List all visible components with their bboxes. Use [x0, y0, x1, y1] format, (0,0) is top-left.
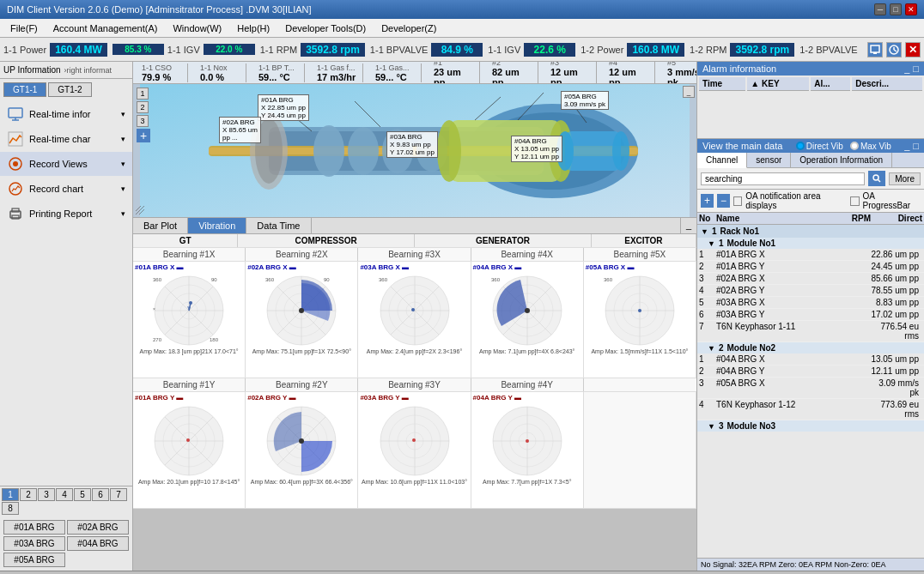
oa-progressbar-checkbox[interactable] [850, 196, 859, 206]
print-icon [7, 205, 24, 222]
data-row-04a-y: 2 #04A BRG Y 12.11 um pp [697, 366, 924, 378]
menu-window[interactable]: Window(W) [166, 21, 228, 35]
menu-file[interactable]: File(F) [3, 21, 45, 35]
minimize-btn[interactable]: ─ [874, 3, 886, 15]
toolbar-icon2[interactable] [886, 42, 902, 57]
remove-channel-btn[interactable]: − [717, 194, 730, 208]
page-tab-2[interactable]: 2 [20, 488, 37, 501]
brg-05a[interactable]: #05A BRG [3, 553, 65, 567]
brg04a-annotation: #04A BRGX 13.05 um ppY 12.11 um pp [511, 136, 562, 162]
window-controls[interactable]: ─ □ ✕ [874, 3, 917, 15]
record-chart-icon [7, 180, 24, 197]
page-tab-6[interactable]: 6 [92, 488, 109, 501]
up-info-label: UP Information [3, 65, 61, 75]
sidebar-item-record-chart[interactable]: Record chart ▾ [0, 177, 132, 201]
page-tab-8[interactable]: 8 [2, 502, 19, 515]
oa-progressbar-label: OA ProgressBar [863, 191, 921, 210]
data-row-keyphasor2: 4 T6N Keyphasor 1-12 773.69 eu rms [697, 399, 924, 420]
tab-operation-info[interactable]: Operation Information [791, 153, 892, 167]
brg-01a[interactable]: #01A BRG [3, 520, 65, 535]
page-tab-1[interactable]: 1 [2, 488, 19, 501]
sidebar-item-print[interactable]: Printing Report ▾ [0, 202, 132, 226]
alarm-controls[interactable]: _ □ [904, 63, 919, 74]
tab-vibration[interactable]: Vibration [188, 218, 246, 233]
sidebar-item-realtime-chart[interactable]: Real-time char ▾ [0, 127, 132, 151]
data-row-04a-x: 1 #04A BRG X 13.05 um pp [697, 353, 924, 366]
polar-05a-y-empty [584, 392, 696, 508]
tab-gt1-1[interactable]: GT1-1 [3, 82, 46, 97]
bearing-5x: Bearning #5X [584, 248, 696, 261]
data-table-body: ▼ 1 Rack No1 ▼ 1 Module No1 1 #01A BRG X… [697, 225, 924, 558]
brg-04a[interactable]: #04A BRG [67, 536, 129, 551]
radio-max-vib[interactable]: Max Vib [850, 142, 891, 151]
toolbar-close[interactable]: ✕ [905, 42, 921, 57]
info-brg4: #4 12 um pp [604, 62, 655, 84]
rack-1-expand[interactable]: ▼ [701, 227, 708, 236]
toolbar-icon1[interactable] [867, 42, 883, 57]
sidebar-label-record-chart: Record chart [29, 184, 83, 194]
tab-sensor[interactable]: sensor [747, 153, 791, 167]
chart-minimize-btn[interactable]: _ [680, 218, 696, 233]
svg-point-31 [612, 131, 629, 171]
tab-data-time[interactable]: Data Time [246, 218, 311, 233]
search-button[interactable] [868, 171, 885, 186]
tab-channel[interactable]: Channel [697, 153, 747, 168]
oa-notification-checkbox[interactable] [733, 196, 742, 206]
module-2-expand[interactable]: ▼ [708, 344, 715, 353]
brg-button-group: #01A BRG #02A BRG #03A BRG #04A BRG #05A… [0, 517, 132, 571]
page-tab-3[interactable]: 3 [38, 488, 55, 501]
resize-handle[interactable] [135, 205, 145, 215]
view-main-data-section: View the main data Direct Vib Max Vib _ … [697, 139, 924, 571]
app-title: DIM Client Version 2.0.6 (Demo) [Adminsi… [7, 4, 312, 15]
module-1-label: 1 [719, 239, 724, 248]
sidebar-item-record-views[interactable]: Record Views ▾ [0, 152, 132, 176]
page-tab-7[interactable]: 7 [110, 488, 127, 501]
add-marker-btn[interactable]: + [137, 129, 150, 142]
more-button[interactable]: More [889, 172, 921, 185]
polar-03a-y: #03A BRG Y ▬ Amp Max: 10.6[um pp]f=11X 1… [358, 392, 471, 508]
tab-gt1-2[interactable]: GT1-2 [48, 82, 91, 97]
view-minimize[interactable]: _ [683, 86, 695, 98]
toolbar-12rpm: 1-2 RPM 3592.8 rpm [690, 43, 794, 57]
alarm-expand[interactable]: □ [913, 63, 919, 74]
sidebar-label-record-views: Record Views [29, 159, 88, 169]
sidebar-tabs: GT1-1 GT1-2 [0, 79, 132, 100]
marker-1[interactable]: 1 [137, 88, 149, 100]
brg-03a[interactable]: #03A BRG [3, 536, 65, 551]
menu-account[interactable]: Account Management(A) [46, 21, 165, 35]
polar-02a-y: #02A BRG Y ▬ [246, 392, 358, 508]
marker-2[interactable]: 2 [137, 101, 149, 113]
module-3-expand[interactable]: ▼ [708, 422, 715, 431]
menu-help[interactable]: Help(H) [230, 21, 277, 35]
svg-rect-8 [9, 132, 22, 146]
toolbar-11bpvalve: 1-1 BPVALVE 84.9 % [370, 43, 483, 57]
view-main-expand[interactable]: □ [913, 141, 919, 151]
tab-bar-plot[interactable]: Bar Plot [133, 218, 188, 233]
channel-tabs: Channel sensor Operation Information [697, 153, 924, 168]
close-btn[interactable]: ✕ [905, 3, 917, 15]
menu-developer[interactable]: Developer(Z) [374, 21, 443, 35]
page-tabs: 1 2 3 4 5 6 7 8 [0, 486, 132, 517]
view-main-minimize[interactable]: _ [904, 141, 909, 151]
page-tab-4[interactable]: 4 [56, 488, 73, 501]
bearing-1x: Bearning #1X [133, 248, 246, 261]
add-channel-btn[interactable]: + [701, 194, 714, 208]
maximize-btn[interactable]: □ [890, 3, 902, 15]
page-tab-5[interactable]: 5 [74, 488, 91, 501]
marker-3[interactable]: 3 [137, 115, 149, 127]
module-1-expand[interactable]: ▼ [708, 239, 715, 248]
info-gas: 1-1 Gas... 59... °C [370, 63, 422, 82]
alarm-minimize[interactable]: _ [904, 63, 909, 74]
menu-devtools[interactable]: Developer Tools(D) [278, 21, 373, 35]
section-gt: GT [133, 234, 238, 247]
search-input[interactable] [701, 172, 865, 185]
info-gasf: 1-1 Gas f... 17 m3/hr [312, 63, 363, 82]
view-main-header: View the main data Direct Vib Max Vib _ … [697, 139, 924, 153]
radio-direct-vib[interactable]: Direct Vib [796, 142, 843, 151]
bearing-row-x: Bearning #1X Bearning #2X Bearning #3X B… [133, 248, 696, 262]
sidebar-item-realtime-info[interactable]: Real-time infor ▾ [0, 102, 132, 126]
svg-text:270: 270 [153, 337, 162, 342]
data-row-03a-y: 6 #03A BRG Y 17.02 um pp [697, 309, 924, 321]
view-main-controls[interactable]: _ □ [904, 141, 919, 151]
brg-02a[interactable]: #02A BRG [67, 520, 129, 535]
